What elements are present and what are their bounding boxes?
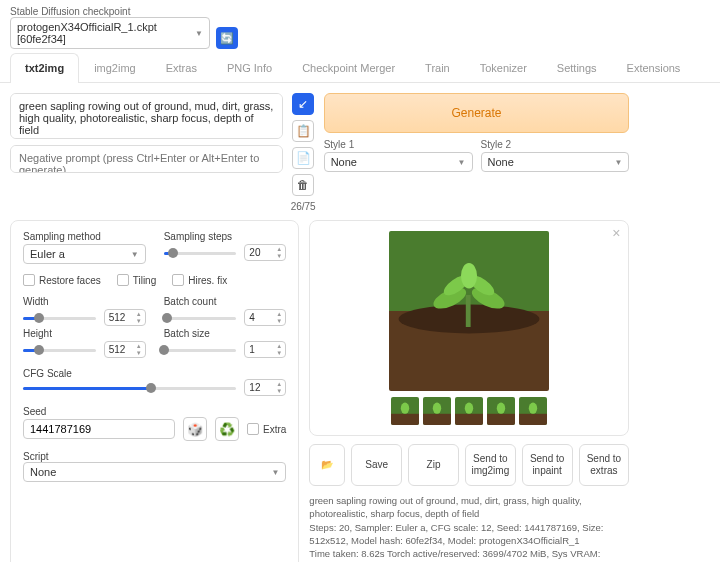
chevron-down-icon: ▼ (131, 250, 139, 259)
style2-value: None (488, 156, 514, 168)
send-extras-button[interactable]: Send to extras (579, 444, 630, 486)
tab-pnginfo[interactable]: PNG Info (212, 53, 287, 82)
height-slider[interactable] (23, 343, 96, 357)
tab-img2img[interactable]: img2img (79, 53, 151, 82)
width-value: 512 (109, 312, 126, 323)
checkpoint-label: Stable Diffusion checkpoint (10, 6, 210, 17)
trash-button[interactable]: 🗑 (292, 174, 314, 196)
negative-prompt-input[interactable] (10, 145, 283, 173)
chevron-down-icon: ▼ (458, 158, 466, 167)
recycle-icon: ♻️ (219, 422, 235, 437)
chevron-down-icon: ▼ (614, 158, 622, 167)
svg-rect-3 (466, 295, 471, 327)
width-slider[interactable] (23, 311, 96, 325)
main-tabs: txt2img img2img Extras PNG Info Checkpoi… (0, 53, 720, 83)
close-icon: × (612, 225, 620, 241)
generated-image[interactable] (389, 231, 549, 391)
svg-point-8 (461, 263, 477, 289)
tab-train[interactable]: Train (410, 53, 465, 82)
output-gallery: × (309, 220, 629, 436)
cfg-label: CFG Scale (23, 368, 286, 379)
generation-info: green sapling rowing out of ground, mud,… (309, 494, 629, 562)
tab-extras[interactable]: Extras (151, 53, 212, 82)
restore-faces-checkbox[interactable]: Restore faces (23, 274, 101, 286)
thumbnail[interactable] (487, 397, 515, 425)
clipboard-icon: 📋 (296, 124, 311, 138)
seed-label: Seed (23, 406, 286, 417)
svg-rect-10 (391, 414, 419, 425)
seed-input[interactable] (23, 419, 175, 439)
save-button[interactable]: Save (351, 444, 402, 486)
batch-count-input[interactable]: 4▲▼ (244, 309, 286, 326)
trash-icon: 🗑 (297, 178, 309, 192)
cfg-value: 12 (249, 382, 260, 393)
thumbnail[interactable] (455, 397, 483, 425)
tab-extensions[interactable]: Extensions (612, 53, 696, 82)
batch-size-value: 1 (249, 344, 255, 355)
tiling-checkbox[interactable]: Tiling (117, 274, 157, 286)
prompt-input[interactable]: green sapling rowing out of ground, mud,… (10, 93, 283, 139)
random-seed-button[interactable]: 🎲 (183, 417, 207, 441)
svg-point-17 (465, 403, 473, 414)
style2-select[interactable]: None▼ (481, 152, 630, 172)
style2-label: Style 2 (481, 139, 630, 150)
thumbnail[interactable] (423, 397, 451, 425)
height-input[interactable]: 512▲▼ (104, 341, 146, 358)
script-select[interactable]: None▼ (23, 462, 286, 482)
sampling-method-value: Euler a (30, 248, 65, 260)
batch-size-slider[interactable] (164, 343, 237, 357)
interrogate-button[interactable]: ↙ (292, 93, 314, 115)
width-input[interactable]: 512▲▼ (104, 309, 146, 326)
paste-button[interactable]: 📋 (292, 120, 314, 142)
hires-fix-checkbox[interactable]: Hires. fix (172, 274, 227, 286)
sampling-method-label: Sampling method (23, 231, 146, 242)
zip-button[interactable]: Zip (408, 444, 459, 486)
folder-icon: 📂 (321, 459, 333, 471)
close-gallery-button[interactable]: × (612, 225, 620, 241)
tiling-label: Tiling (133, 275, 157, 286)
arrow-icon: ↙ (298, 97, 308, 111)
tab-settings[interactable]: Settings (542, 53, 612, 82)
chevron-down-icon: ▼ (271, 468, 279, 477)
thumbnail[interactable] (519, 397, 547, 425)
clear-button[interactable]: 📄 (292, 147, 314, 169)
batch-size-input[interactable]: 1▲▼ (244, 341, 286, 358)
height-value: 512 (109, 344, 126, 355)
svg-rect-13 (423, 414, 451, 425)
style1-label: Style 1 (324, 139, 473, 150)
script-label: Script (23, 451, 286, 462)
generate-button[interactable]: Generate (324, 93, 630, 133)
svg-point-23 (529, 403, 537, 414)
refresh-checkpoint-button[interactable]: 🔄 (216, 27, 238, 49)
batch-count-label: Batch count (164, 296, 287, 307)
svg-rect-19 (487, 414, 515, 425)
style1-select[interactable]: None▼ (324, 152, 473, 172)
tab-txt2img[interactable]: txt2img (10, 53, 79, 83)
sampling-method-select[interactable]: Euler a▼ (23, 244, 146, 264)
batch-count-slider[interactable] (164, 311, 237, 325)
send-img2img-button[interactable]: Send to img2img (465, 444, 516, 486)
info-prompt: green sapling rowing out of ground, mud,… (309, 494, 629, 521)
info-timing: Time taken: 8.62s Torch active/reserved:… (309, 547, 629, 562)
batch-count-value: 4 (249, 312, 255, 323)
sampling-steps-slider[interactable] (164, 246, 237, 260)
thumbnail[interactable] (391, 397, 419, 425)
open-folder-button[interactable]: 📂 (309, 444, 345, 486)
refresh-icon: 🔄 (220, 32, 234, 45)
sampling-steps-label: Sampling steps (164, 231, 287, 242)
send-inpaint-button[interactable]: Send to inpaint (522, 444, 573, 486)
reuse-seed-button[interactable]: ♻️ (215, 417, 239, 441)
restore-faces-label: Restore faces (39, 275, 101, 286)
thumbnail-row (391, 397, 547, 425)
tab-checkpoint-merger[interactable]: Checkpoint Merger (287, 53, 410, 82)
sampling-steps-input[interactable]: 20▲▼ (244, 244, 286, 261)
checkpoint-select[interactable]: protogenX34OfficialR_1.ckpt [60fe2f34] ▼ (10, 17, 210, 49)
width-label: Width (23, 296, 146, 307)
script-value: None (30, 466, 56, 478)
cfg-slider[interactable] (23, 381, 236, 395)
cfg-input[interactable]: 12▲▼ (244, 379, 286, 396)
style1-value: None (331, 156, 357, 168)
info-params: Steps: 20, Sampler: Euler a, CFG scale: … (309, 521, 629, 548)
tab-tokenizer[interactable]: Tokenizer (465, 53, 542, 82)
extra-checkbox[interactable]: Extra (247, 423, 286, 435)
